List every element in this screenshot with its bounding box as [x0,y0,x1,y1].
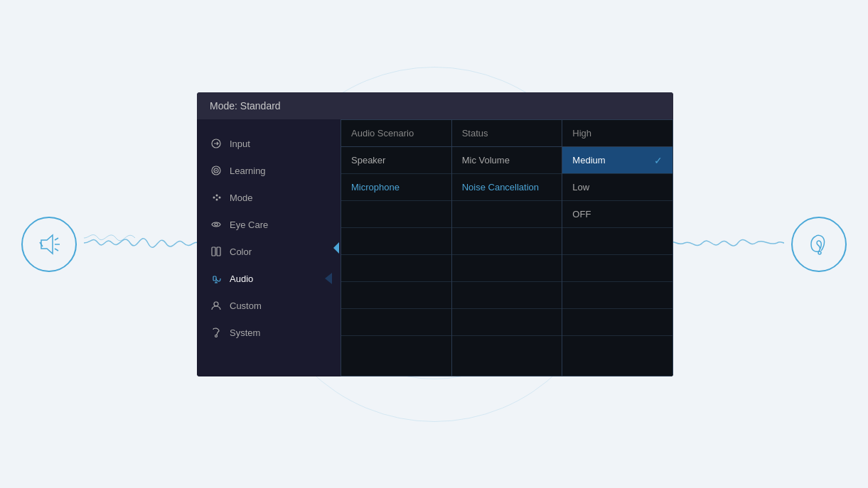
svg-point-9 [215,170,217,171]
content-area: Audio Scenario Speaker Microphone Status… [341,119,673,376]
col2-item-7 [452,309,562,336]
sidebar-item-eyecare[interactable]: Eye Care [197,211,332,238]
svg-rect-16 [217,247,220,256]
col3-item-off[interactable]: OFF [562,201,673,228]
input-icon [210,137,223,150]
svg-point-20 [214,302,218,306]
svg-marker-0 [41,235,53,254]
sidebar-label-mode: Mode [230,193,253,203]
mode-icon [210,191,223,204]
col2-item-noise-cancel[interactable]: Noise Cancellation [452,174,562,201]
col3-item-6 [562,282,673,309]
col1-item-6 [341,282,451,309]
sidebar-label-input: Input [230,139,250,149]
col2-header: Status [452,120,562,147]
col2-item-4 [452,228,562,255]
eye-care-icon [210,218,223,231]
col-status: Status Mic Volume Noise Cancellation [452,120,563,376]
svg-line-3 [55,249,58,251]
col1-item-speaker[interactable]: Speaker [341,147,451,174]
svg-line-1 [55,238,58,240]
right-ear-icon [791,217,847,272]
learning-icon [210,164,223,177]
col3-header: High [562,120,673,147]
col1-item-4 [341,228,451,255]
col2-item-mic-volume[interactable]: Mic Volume [452,147,562,174]
sidebar-label-learning: Learning [230,166,266,176]
mode-label: Mode: Standard [210,100,281,112]
sidebar-item-system[interactable]: System [197,319,332,346]
col-values: High Medium ✓ Low OFF [562,120,673,376]
sidebar-item-mode[interactable]: Mode [197,184,332,211]
svg-rect-17 [213,276,216,281]
col1-item-7 [341,309,451,336]
svg-point-10 [213,197,215,199]
sidebar-item-learning[interactable]: Learning [197,157,332,184]
svg-point-11 [216,195,218,197]
dialog-header: Mode: Standard [197,92,673,119]
col3-item-5 [562,255,673,282]
col2-item-6 [452,282,562,309]
audio-icon [210,272,223,285]
svg-point-12 [216,199,218,201]
sidebar-item-audio[interactable]: Audio [197,265,332,292]
col1-item-microphone[interactable]: Microphone [341,174,451,201]
sidebar-label-system: System [230,327,260,338]
col-audio-scenario: Audio Scenario Speaker Microphone [341,120,452,376]
settings-dialog: Mode: Standard Input [197,92,673,376]
col3-item-4 [562,228,673,255]
system-icon [210,326,223,339]
wave-left [84,225,198,264]
sidebar-label-eyecare: Eye Care [230,219,268,230]
col3-item-low[interactable]: Low [562,174,673,201]
sidebar-arrow [332,119,341,376]
sidebar-label-color: Color [230,246,252,257]
col3-item-7 [562,309,673,336]
sidebar-label-audio: Audio [230,273,253,284]
sidebar-label-custom: Custom [230,300,262,311]
dialog-body: Input Learning [197,119,673,376]
col2-item-3 [452,201,562,228]
wave-right [670,225,784,264]
svg-point-21 [215,335,218,337]
sidebar-item-color[interactable]: Color [197,238,332,265]
svg-point-5 [818,251,821,254]
svg-rect-15 [212,247,215,256]
col2-item-5 [452,255,562,282]
col3-item-medium[interactable]: Medium ✓ [562,147,673,174]
col1-header: Audio Scenario [341,120,451,147]
svg-point-13 [219,197,221,199]
sidebar-item-input[interactable]: Input [197,130,332,157]
left-speaker-icon [21,217,77,272]
col1-item-3 [341,201,451,228]
sidebar-item-custom[interactable]: Custom [197,292,332,319]
color-icon [210,245,223,258]
col1-item-5 [341,255,451,282]
custom-icon [210,299,223,312]
sidebar: Input Learning [197,119,332,376]
checkmark-icon: ✓ [654,155,663,166]
svg-point-14 [215,223,218,226]
